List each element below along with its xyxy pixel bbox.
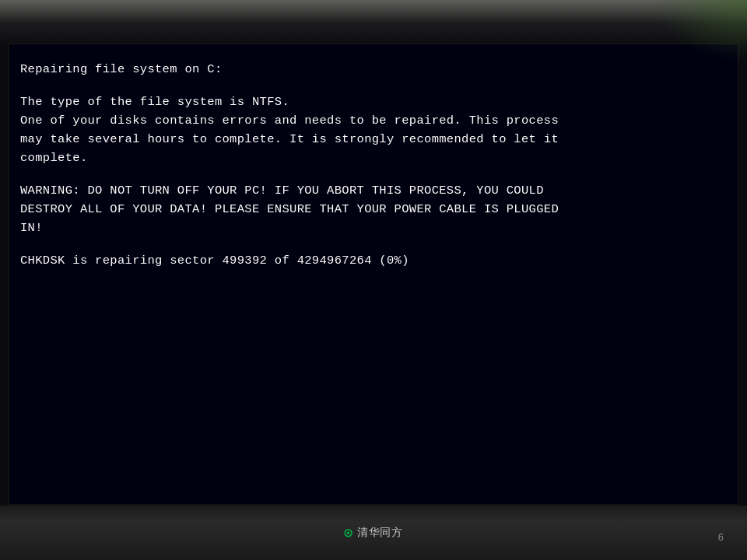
- brand-name: 清华同方: [357, 526, 403, 540]
- brand-logo: ⊙ 清华同方: [344, 524, 403, 541]
- version-number: 6: [718, 531, 724, 543]
- warning-line2: DESTROY ALL OF YOUR DATA! PLEASE ENSURE …: [20, 200, 722, 219]
- error-line1: One of your disks contains errors and ne…: [20, 111, 722, 130]
- monitor-screen: Repairing file system on C: The type of …: [8, 43, 739, 506]
- top-ambient-light: [0, 0, 747, 47]
- brand-icon: ⊙: [344, 524, 352, 541]
- warning-line1: WARNING: DO NOT TURN OFF YOUR PC! IF YOU…: [20, 181, 722, 200]
- outer-frame: Repairing file system on C: The type of …: [0, 0, 747, 560]
- repair-title: Repairing file system on C:: [20, 60, 722, 79]
- fs-type-line: The type of the file system is NTFS.: [20, 93, 722, 111]
- warning-line3: IN!: [20, 219, 722, 237]
- chkdsk-status: CHKDSK is repairing sector 499392 of 429…: [20, 251, 722, 270]
- screen-content: Repairing file system on C: The type of …: [9, 44, 738, 504]
- error-line2: may take several hours to complete. It i…: [20, 130, 722, 149]
- monitor-bezel: ⊙ 清华同方 6: [0, 506, 747, 560]
- error-line3: complete.: [20, 149, 722, 167]
